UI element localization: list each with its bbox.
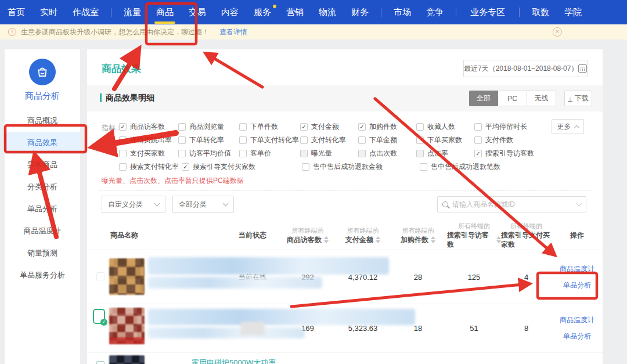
product-cell[interactable] (87, 304, 226, 352)
sidebar-item-category-analysis[interactable]: 分类分析 (5, 176, 80, 198)
tab-wireless[interactable]: 无线 (527, 91, 556, 106)
nav-item-data-fetch[interactable]: 取数 (524, 0, 557, 24)
metric-checkbox-item[interactable]: 下单金额 (358, 135, 416, 145)
nav-item-product[interactable]: 商品 (149, 0, 181, 24)
single-product-analysis-link[interactable]: 单品分析 (563, 331, 591, 341)
metric-checkbox-item[interactable]: 下单支付转化率 (239, 135, 300, 145)
sidebar-item-single-product-service[interactable]: 单品服务分析 (5, 264, 80, 286)
checkbox[interactable] (358, 136, 366, 144)
metric-checkbox-item[interactable]: 支付金额 (300, 122, 358, 132)
nav-item-traffic[interactable]: 流量 (116, 0, 149, 24)
metric-checkbox-item[interactable]: 平均停留时长 (474, 122, 561, 132)
checkbox[interactable] (178, 136, 186, 144)
search-input[interactable] (452, 200, 577, 208)
metric-checkbox-item[interactable]: 支付转化率 (300, 135, 358, 145)
sort-icon[interactable] (376, 236, 380, 243)
checkbox-checked[interactable] (474, 150, 482, 157)
sidebar-item-product-thermometer[interactable]: 商品温度计 (5, 220, 80, 242)
metric-checkbox-item[interactable]: 下单件数 (239, 122, 300, 132)
metric-checkbox-item[interactable]: 客单价 (239, 149, 300, 158)
checkbox[interactable] (178, 123, 186, 131)
metric-checkbox-item[interactable]: 点击率 (416, 149, 474, 158)
checkbox[interactable] (178, 150, 186, 157)
metric-checkbox-item[interactable]: 支付买家数 (119, 149, 178, 158)
metric-checkbox-item[interactable]: 下单买家数 (416, 135, 474, 145)
nav-item-trade[interactable]: 交易 (181, 0, 214, 24)
checkbox-checked[interactable] (119, 123, 127, 131)
nav-item-finance[interactable]: 财务 (344, 0, 376, 24)
more-metrics-button[interactable]: 更多 (552, 119, 584, 134)
sidebar-item-product-overview[interactable]: 商品概况 (5, 110, 80, 132)
checkbox[interactable] (119, 150, 127, 157)
nav-item-business-zone[interactable]: 业务专区 (461, 0, 514, 24)
metric-checkbox-item[interactable]: 搜索引导访客数 (474, 149, 561, 158)
col-pay-amount-sortable[interactable]: 所有终端的 支付金额 (337, 226, 389, 244)
row-checkbox[interactable] (96, 361, 105, 364)
date-range-picker[interactable]: 最近7天（2018-08-01~2018-08-07） (463, 60, 588, 77)
product-cell[interactable]: 家用电磁炉5000W大功率 (87, 353, 603, 364)
nav-item-content[interactable]: 内容 (214, 0, 246, 24)
notice-detail-link[interactable]: 查看详情 (219, 27, 247, 37)
metric-checkbox-item[interactable]: 加购件数 (358, 122, 416, 132)
all-category-dropdown[interactable]: 全部分类 (172, 196, 234, 213)
sidebar-item-sales-forecast[interactable]: 销量预测 (5, 242, 80, 264)
col-visitors-sortable[interactable]: 所有终端的 商品访客数 (279, 226, 337, 244)
thermometer-link[interactable]: 商品温度计 (560, 264, 594, 274)
sidebar-item-single-product-analysis[interactable]: 单品分析 (5, 198, 80, 220)
close-icon[interactable]: × (553, 27, 562, 37)
nav-item-warroom[interactable]: 作战室 (65, 0, 106, 24)
sidebar-item-abnormal-products[interactable]: 异常商品 (5, 154, 80, 176)
metric-checkbox-item[interactable]: 商品访客数 (119, 122, 178, 132)
metric-checkbox-item[interactable]: 收藏人数 (416, 122, 474, 132)
metric-checkbox-item[interactable]: 搜索支付转化率 (119, 162, 182, 172)
custom-category-dropdown[interactable]: 自定义分类 (102, 196, 165, 213)
checkbox[interactable] (302, 163, 309, 171)
checkbox[interactable] (119, 136, 127, 144)
checkbox[interactable] (300, 136, 308, 144)
nav-item-service[interactable]: 服务 (246, 0, 279, 24)
row-checkbox[interactable] (96, 272, 105, 280)
download-button[interactable]: ↓ 下载 (564, 91, 592, 106)
nav-item-marketing[interactable]: 营销 (279, 0, 311, 24)
metric-checkbox-item[interactable]: 支付件数 (474, 135, 561, 145)
checkbox-checked[interactable] (358, 123, 366, 131)
nav-item-home[interactable]: 首页 (0, 0, 33, 24)
nav-item-academy[interactable]: 学院 (557, 0, 589, 24)
checkbox[interactable] (474, 123, 482, 131)
checkbox[interactable] (239, 123, 247, 131)
checkbox[interactable] (239, 136, 247, 144)
metric-checkbox-item[interactable]: 详情页跳出率 (119, 135, 178, 145)
metric-checkbox-item[interactable]: 下单转化率 (178, 135, 239, 145)
metric-checkbox-item[interactable]: 点击次数 (358, 149, 416, 158)
nav-item-competition[interactable]: 竞争 (419, 0, 451, 24)
checkbox-checked[interactable] (300, 123, 308, 131)
col-search-visitors-sortable[interactable]: 所有终端的 搜索引导访客数 (447, 221, 501, 249)
tab-all[interactable]: 全部 (469, 91, 498, 106)
nav-item-market[interactable]: 市场 (386, 0, 419, 24)
metric-checkbox-item[interactable]: 访客平均价值 (178, 149, 239, 158)
product-cell[interactable] (87, 250, 226, 304)
metric-checkbox-item[interactable]: 商品浏览量 (178, 122, 239, 132)
metric-checkbox-item[interactable]: 售中售后成功退款笔数 (420, 162, 536, 172)
checkbox[interactable] (416, 123, 424, 131)
nav-item-logistics[interactable]: 物流 (311, 0, 344, 24)
tab-pc[interactable]: PC (498, 91, 527, 106)
checkbox[interactable] (239, 150, 247, 157)
metric-checkbox-item[interactable]: 售中售后成功退款金额 (302, 162, 420, 172)
checkbox[interactable] (119, 163, 127, 171)
metric-checkbox-item[interactable]: 搜索引导支付买家数 (182, 162, 302, 172)
checkbox[interactable] (474, 136, 482, 144)
checkbox[interactable] (420, 163, 427, 171)
product-search-box[interactable] (437, 196, 586, 212)
col-search-pay-buyers-sortable[interactable]: 所有终端的 搜索引导支付买家数 (501, 221, 552, 249)
checkbox[interactable] (416, 136, 424, 144)
checkbox-checked[interactable] (182, 163, 189, 171)
thermometer-link[interactable]: 商品温度计 (560, 315, 594, 325)
product-title-fragment[interactable]: 家用电磁炉5000W大功率 (192, 358, 276, 364)
single-product-analysis-link[interactable]: 单品分析 (563, 280, 591, 290)
nav-item-realtime[interactable]: 实时 (33, 0, 65, 24)
col-cart-items-sortable[interactable]: 所有终端的 加购件数 (389, 226, 447, 244)
sort-icon[interactable] (431, 236, 435, 243)
calendar-icon-box[interactable] (578, 60, 587, 77)
sidebar-item-product-effect[interactable]: 商品效果 (5, 132, 80, 154)
